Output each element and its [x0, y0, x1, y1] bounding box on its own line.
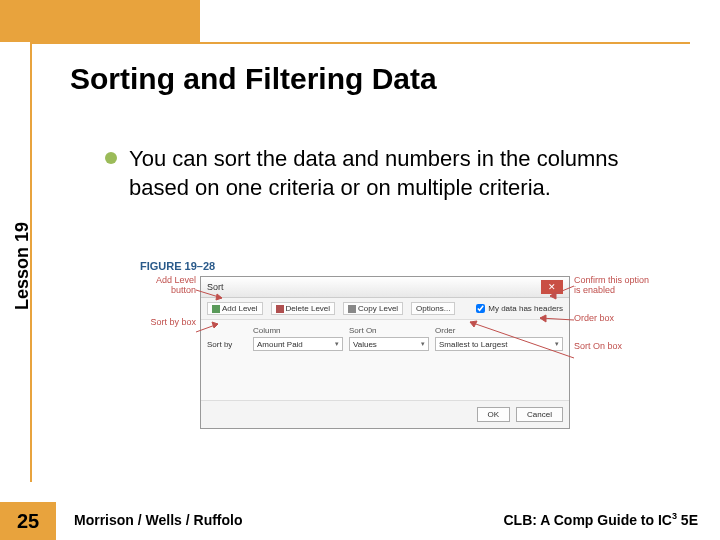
- footer-right-b: 5E: [677, 512, 698, 528]
- bullet-item: You can sort the data and numbers in the…: [105, 145, 665, 202]
- headers-checkbox[interactable]: [476, 304, 485, 313]
- order-select[interactable]: Smallest to Largest ▾: [435, 337, 563, 351]
- figure-block: FIGURE 19–28 Add Level button Sort by bo…: [140, 260, 655, 429]
- copy-icon: [348, 305, 356, 313]
- copy-level-button[interactable]: Copy Level: [343, 302, 403, 315]
- chevron-down-icon: ▾: [421, 340, 425, 348]
- headers-checkbox-wrap[interactable]: My data has headers: [476, 304, 563, 313]
- sort-row: Sort by Amount Paid ▾ Values ▾ Smallest …: [207, 337, 563, 351]
- accent-top: [0, 0, 200, 42]
- callout-sort-on-box: Sort On box: [574, 342, 650, 352]
- callout-order-box: Order box: [574, 314, 650, 324]
- add-level-label: Add Level: [222, 304, 258, 313]
- callouts-right: Confirm this option is enabled Order box…: [574, 276, 650, 352]
- header-order: Order: [435, 326, 563, 335]
- x-icon: [276, 305, 284, 313]
- sorton-value: Values: [353, 340, 377, 349]
- row-label: Sort by: [207, 340, 247, 349]
- callout-headers-enabled: Confirm this option is enabled: [574, 276, 650, 296]
- cancel-label: Cancel: [527, 410, 552, 419]
- dialog-title: Sort: [207, 282, 224, 292]
- sort-dialog: Sort ✕ Add Level Delete Level Copy Level…: [200, 276, 570, 429]
- ok-label: OK: [488, 410, 500, 419]
- footer-right-a: CLB: A Comp Guide to IC: [503, 512, 672, 528]
- delete-level-label: Delete Level: [286, 304, 330, 313]
- figure-label: FIGURE 19–28: [140, 260, 655, 272]
- order-value: Smallest to Largest: [439, 340, 507, 349]
- grid-header: Column Sort On Order: [207, 326, 563, 335]
- callout-sort-by: Sort by box: [140, 318, 196, 328]
- options-button[interactable]: Options...: [411, 302, 455, 315]
- callouts-left: Add Level button Sort by box: [140, 276, 196, 328]
- page-number: 25: [17, 510, 39, 533]
- header-column: Column: [253, 326, 343, 335]
- accent-line-h: [30, 42, 690, 44]
- sorton-select[interactable]: Values ▾: [349, 337, 429, 351]
- chevron-down-icon: ▾: [335, 340, 339, 348]
- bullet-icon: [105, 152, 117, 164]
- copy-level-label: Copy Level: [358, 304, 398, 313]
- dialog-toolbar: Add Level Delete Level Copy Level Option…: [201, 298, 569, 320]
- dialog-footer: OK Cancel: [201, 400, 569, 428]
- page-title: Sorting and Filtering Data: [70, 62, 437, 96]
- cancel-button[interactable]: Cancel: [516, 407, 563, 422]
- add-level-button[interactable]: Add Level: [207, 302, 263, 315]
- options-label: Options...: [416, 304, 450, 313]
- headers-label: My data has headers: [488, 304, 563, 313]
- callout-add-level: Add Level button: [140, 276, 196, 296]
- close-icon[interactable]: ✕: [541, 280, 563, 294]
- lesson-label: Lesson 19: [12, 222, 33, 310]
- chevron-down-icon: ▾: [555, 340, 559, 348]
- plus-icon: [212, 305, 220, 313]
- dialog-body: Column Sort On Order Sort by Amount Paid…: [201, 320, 569, 400]
- footer-book: CLB: A Comp Guide to IC3 5E: [503, 511, 698, 528]
- delete-level-button[interactable]: Delete Level: [271, 302, 335, 315]
- ok-button[interactable]: OK: [477, 407, 511, 422]
- page-number-box: 25: [0, 502, 56, 540]
- bullet-text: You can sort the data and numbers in the…: [129, 145, 665, 202]
- column-value: Amount Paid: [257, 340, 303, 349]
- header-sorton: Sort On: [349, 326, 429, 335]
- footer-authors: Morrison / Wells / Ruffolo: [74, 512, 243, 528]
- column-select[interactable]: Amount Paid ▾: [253, 337, 343, 351]
- dialog-titlebar: Sort ✕: [201, 277, 569, 298]
